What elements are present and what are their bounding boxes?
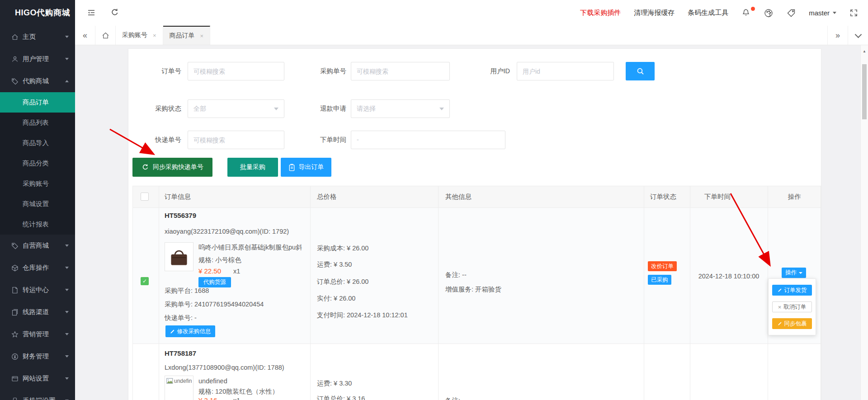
tabbar: « 采购账号 × 商品订单 × »: [75, 26, 868, 45]
sidebar-item-product-orders[interactable]: 商品订单: [0, 92, 75, 113]
orders-panel: 订单号 采购单号 用户ID 采购状态 全部 退款申请 请选择 快递单号 下单时间: [128, 48, 821, 400]
product-spec: 规格: 120散装红色（水性）: [198, 387, 278, 396]
order-time-label: 下单时间: [291, 131, 346, 149]
export-orders-button[interactable]: 导出订单: [281, 158, 331, 177]
order-number: HT758187: [165, 349, 196, 357]
tabs-scroll-right-button[interactable]: »: [827, 26, 848, 45]
topbar-right: 下载采购插件 清理海报缓存 条码生成工具 master: [580, 0, 858, 26]
pencil-icon: [170, 329, 175, 334]
sidebar-item-home[interactable]: 主页: [0, 26, 75, 48]
sidebar-item-users[interactable]: 用户管理: [0, 48, 75, 70]
refresh-icon[interactable]: [110, 8, 119, 17]
edit-purchase-info-button[interactable]: 修改采购信息: [165, 325, 215, 337]
price-line: 订单总价: ¥ 26.00: [317, 278, 368, 286]
vertical-scrollbar: ▲: [860, 45, 868, 400]
theme-palette-icon[interactable]: [764, 8, 774, 18]
select-all-checkbox[interactable]: [141, 193, 149, 201]
account-menu[interactable]: master: [809, 9, 836, 17]
sidebar-item-self-mall[interactable]: 自营商城: [0, 235, 75, 257]
sync-express-button[interactable]: 同步采购快递单号: [132, 158, 212, 177]
row-action-dropdown-button[interactable]: 操作: [782, 268, 806, 278]
clear-poster-cache-link[interactable]: 清理海报缓存: [634, 9, 675, 17]
sidebar-item-transit-center[interactable]: 转运中心: [0, 279, 75, 301]
barcode-tool-link[interactable]: 条码生成工具: [688, 9, 728, 17]
app-window: HIGO代购商城 主页 用户管理 代购商城 商品订单 商品列表 商品导入 商品分…: [0, 0, 868, 400]
purchase-status-select[interactable]: 全部: [188, 99, 284, 118]
column-divider: [159, 186, 159, 400]
layers-icon: [11, 309, 19, 316]
sidebar-item-product-category[interactable]: 商品分类: [0, 153, 75, 174]
sidebar-item-finance[interactable]: 财务管理: [0, 345, 75, 367]
sidebar-item-warehouse[interactable]: 仓库操作: [0, 257, 75, 279]
chevron-down-icon: [274, 108, 278, 110]
chevron-down-icon: [65, 245, 69, 247]
tab-product-orders[interactable]: 商品订单 ×: [163, 26, 211, 45]
sidebar-item-routes[interactable]: 线路渠道: [0, 301, 75, 323]
refund-select[interactable]: 请选择: [351, 99, 450, 118]
sidebar-item-statistics[interactable]: 统计报表: [0, 214, 75, 235]
price-line: 实付: ¥ 26.00: [317, 294, 355, 303]
sidebar-item-daigou-mall[interactable]: 代购商城: [0, 70, 75, 92]
product-spec: 规格: 小号棕色: [198, 256, 241, 264]
batch-purchase-button[interactable]: 批量采购: [227, 158, 278, 177]
broken-image-alt-text: undefin: [174, 378, 192, 384]
order-no-input[interactable]: [188, 62, 284, 80]
sidebar-item-mall-settings[interactable]: 商城设置: [0, 194, 75, 214]
close-icon[interactable]: ×: [200, 33, 204, 39]
download-plugin-link[interactable]: 下载采购插件: [580, 9, 621, 17]
sidebar-item-product-list[interactable]: 商品列表: [0, 113, 75, 133]
browser-icon: [11, 375, 19, 382]
search-button[interactable]: [626, 62, 655, 80]
scrollbar-up-arrow[interactable]: ▲: [863, 49, 866, 53]
column-divider: [310, 186, 311, 400]
row-checkbox[interactable]: ✓: [141, 277, 149, 285]
menu-item-cancel-order[interactable]: × 取消订单: [772, 301, 812, 312]
tab-purchase-accounts[interactable]: 采购账号 ×: [116, 26, 163, 45]
col-header-other-info: 其他信息: [445, 193, 472, 201]
tabs-collapse-left-button[interactable]: «: [75, 26, 95, 45]
menu-item-sync-package[interactable]: 同步包裹: [772, 318, 812, 329]
purchase-platform: 采购平台: 1688: [165, 287, 209, 295]
remark-line: 备注: --: [445, 396, 467, 400]
notification-bell-icon[interactable]: [741, 8, 750, 18]
tag-icon: [11, 78, 19, 85]
value-service-line: 增值服务: 开箱验货: [445, 285, 501, 294]
purchase-status-label: 采购状态: [128, 99, 181, 118]
menu-fold-icon[interactable]: [87, 8, 96, 17]
tag-icon[interactable]: [787, 9, 796, 18]
order-time: 2024-12-18 10:10:00: [690, 273, 768, 280]
chevron-down-icon: [833, 12, 836, 14]
order-time-range-input[interactable]: -: [351, 131, 505, 149]
user-id-input[interactable]: [517, 62, 614, 80]
tab-home[interactable]: [95, 26, 116, 45]
export-document-icon: [288, 164, 295, 171]
express-no-input[interactable]: [188, 131, 284, 149]
chevron-down-icon: [65, 311, 69, 313]
table-border: [821, 186, 821, 400]
menu-item-ship-order[interactable]: 订单发货: [772, 285, 812, 296]
document-icon: [11, 287, 19, 294]
chevron-down-icon: [65, 355, 69, 358]
col-header-total-price: 总价格: [317, 193, 337, 201]
star-icon: [11, 331, 19, 338]
price-line: 支付时间: 2024-12-18 10:12:01: [317, 311, 408, 320]
column-divider: [644, 186, 644, 400]
sidebar-item-marketing[interactable]: 营销管理: [0, 323, 75, 345]
source-badge: 代购货源: [198, 277, 231, 287]
user-id-label: 用户ID: [454, 62, 510, 80]
fullscreen-icon[interactable]: [849, 9, 858, 17]
chevron-down-icon: [65, 267, 69, 269]
scrollbar-thumb[interactable]: [862, 64, 867, 119]
sidebar-item-product-import[interactable]: 商品导入: [0, 133, 75, 153]
close-icon[interactable]: ×: [153, 32, 156, 39]
select-value: 请选择: [357, 105, 376, 112]
sidebar-item-purchase-accounts[interactable]: 采购账号: [0, 174, 75, 194]
sidebar-item-site-settings[interactable]: 网站设置: [0, 367, 75, 390]
sidebar-item-mobile-settings[interactable]: 手机端设置: [0, 390, 75, 400]
tab-label: 采购账号: [122, 31, 147, 39]
tabs-menu-button[interactable]: [848, 26, 868, 45]
home-icon: [102, 32, 109, 39]
order-user: xiaoyang(3223172109@qq.com)(ID: 1792): [165, 228, 289, 235]
purchase-no-input[interactable]: [351, 62, 450, 80]
yen-circle-icon: [11, 353, 19, 360]
